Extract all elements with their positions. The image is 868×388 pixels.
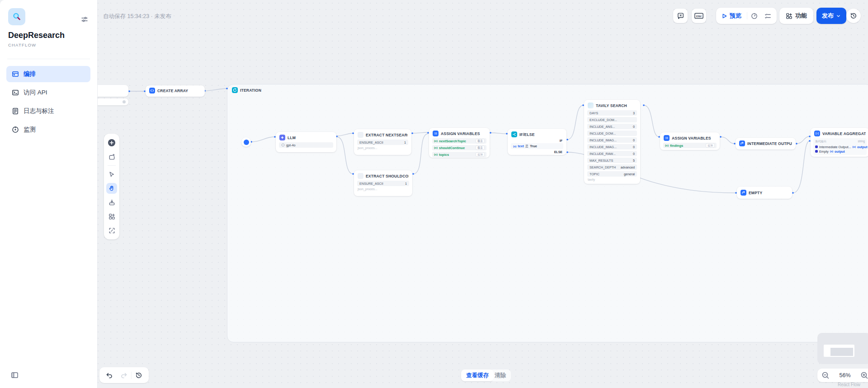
iteration-icon xyxy=(232,87,238,93)
redo-button[interactable] xyxy=(117,367,131,383)
tavily-search-node[interactable]: TAVILY SEARCH DAYS3 EXCLUDE_DOM... INCLU… xyxy=(584,100,640,184)
node-title: ASSIGN VARIABLES xyxy=(441,131,480,136)
app-logo xyxy=(8,8,25,25)
collapse-dot-icon xyxy=(123,100,126,103)
checklist-button[interactable] xyxy=(761,8,774,24)
llm-icon xyxy=(279,135,285,140)
preview-button[interactable]: 预览 xyxy=(716,12,747,20)
sidebar-item-label: 访问 API xyxy=(24,89,47,97)
assign-row: {x} shouldContinue 覆盖 xyxy=(432,145,486,150)
change-history-button[interactable] xyxy=(132,367,146,383)
hand-mode-button[interactable] xyxy=(106,183,117,194)
aggregator-row: Intermediate Output... (x) output xyxy=(815,145,865,149)
operation-badge: 追加 xyxy=(476,152,485,157)
variable-aggregator-node[interactable]: VARIABLE AGGREGATOR 迭代输出 string Intermed… xyxy=(811,128,868,157)
view-cache-button[interactable]: 查看缓存 xyxy=(461,369,494,381)
app-settings-icon[interactable] xyxy=(80,15,89,23)
param-row: ENSURE_ASCII1 xyxy=(357,140,408,145)
iteration-start-node[interactable] xyxy=(241,137,251,147)
minimap[interactable] xyxy=(817,333,868,364)
assigner-icon xyxy=(433,131,439,136)
zoom-out-icon xyxy=(821,371,830,379)
chat-variables-button[interactable] xyxy=(673,9,688,23)
node-title: INTERMEDIATE OUTPUT FC xyxy=(747,141,792,146)
group-type: string xyxy=(858,140,865,144)
variable-icon: {x} xyxy=(434,140,438,142)
undo-icon xyxy=(106,372,113,379)
llm-model-row: gpt-4o xyxy=(279,142,333,148)
assign-variables-node[interactable]: ASSIGN VARIABLES {x} nextSearchTopic 覆盖 … xyxy=(429,128,490,158)
env-variables-button[interactable]: ENV xyxy=(692,9,706,23)
zoom-control: 56% xyxy=(817,369,868,382)
node-title: EMPTY xyxy=(749,191,762,195)
node-title: ASSIGN VARIABLES xyxy=(672,136,711,140)
undo-redo-bar xyxy=(99,367,149,383)
node-title: CREATE ARRAY xyxy=(157,89,188,93)
operation-badge: 覆盖 xyxy=(476,145,485,150)
features-button[interactable]: 功能 xyxy=(779,8,813,24)
checklist-icon xyxy=(764,13,771,19)
sidebar-item-label: 监测 xyxy=(24,126,36,134)
version-history-button[interactable] xyxy=(846,9,861,23)
env-icon: ENV xyxy=(694,12,703,19)
aggregator-icon xyxy=(814,131,820,136)
node-title: VARIABLE AGGREGATOR xyxy=(822,131,866,136)
create-array-node[interactable]: CREATE ARRAY xyxy=(146,85,205,97)
sidebar-item-logs[interactable]: 日志与标注 xyxy=(6,103,90,119)
undo-button[interactable] xyxy=(102,367,117,383)
extract-nextsearchtopic-node[interactable]: EXTRACT NEXTSEARCHTOP ENSURE_ASCII1 json… xyxy=(354,129,411,155)
run-history-button[interactable] xyxy=(747,8,761,24)
iteration-node[interactable]: ITERATION xyxy=(227,84,868,342)
group-name: 迭代输出 xyxy=(815,140,826,144)
node-title: LLM xyxy=(288,136,296,140)
canvas-toolbar xyxy=(104,134,119,239)
collapse-sidebar-icon[interactable] xyxy=(11,371,19,379)
add-note-button[interactable] xyxy=(106,151,117,162)
add-node-button[interactable] xyxy=(106,137,117,148)
zoom-in-button[interactable] xyxy=(860,371,868,379)
empty-node[interactable]: EMPTY xyxy=(737,187,792,199)
minimap-node xyxy=(830,348,853,356)
iteration-start-icon xyxy=(244,140,249,145)
publish-button[interactable]: 发布 xyxy=(816,8,846,24)
assign-variables-node[interactable]: ASSIGN VARIABLES {x} findings 追加 xyxy=(660,132,720,150)
code-icon xyxy=(149,88,155,93)
orchestrate-icon xyxy=(12,70,19,78)
variable-icon: {x} xyxy=(665,144,669,147)
blocks-plus-icon xyxy=(108,213,115,220)
extract-shouldcontinue-node[interactable]: EXTRACT SHOULDCONTINU ENSURE_ASCII1 json… xyxy=(354,170,412,196)
openai-icon xyxy=(281,143,285,147)
svg-text:ENV: ENV xyxy=(696,15,702,18)
minimap-viewport[interactable] xyxy=(824,345,854,357)
answer-mini-icon xyxy=(815,150,818,153)
monitoring-icon xyxy=(12,126,19,133)
param-row: EXCLUDE_DOM... xyxy=(587,117,637,122)
llm-node[interactable]: LLM gpt-4o xyxy=(276,132,336,152)
sidebar-item-orchestrate[interactable]: 编排 xyxy=(6,66,90,82)
zoom-out-button[interactable] xyxy=(821,371,830,379)
import-box-icon xyxy=(108,199,115,206)
terminal-icon xyxy=(12,89,19,96)
operation-badge: 覆盖 xyxy=(476,139,485,143)
fit-view-button[interactable] xyxy=(106,225,117,236)
hand-icon xyxy=(108,185,115,192)
aggregator-group: 迭代输出 string Intermediate Output... (x) o… xyxy=(813,138,867,155)
sidebar-item-monitoring[interactable]: 监测 xyxy=(6,122,90,138)
organize-nodes-button[interactable] xyxy=(106,197,117,208)
intermediate-output-node[interactable]: INTERMEDIATE OUTPUT FC xyxy=(736,138,796,150)
zoom-level[interactable]: 56% xyxy=(839,372,850,379)
variable-icon: (x) xyxy=(830,150,833,153)
model-name: gpt-4o xyxy=(286,143,295,147)
clear-button[interactable]: 清除 xyxy=(490,369,511,381)
app-sidebar: DeepResearch CHATFLOW 编排 访问 API xyxy=(0,0,98,388)
sidebar-item-api[interactable]: 访问 API xyxy=(6,84,90,101)
add-block-button[interactable] xyxy=(106,211,117,222)
param-row: TOPICgeneral xyxy=(587,171,637,177)
pointer-mode-button[interactable] xyxy=(106,169,117,180)
variable-icon: {x} xyxy=(434,146,438,149)
if-else-node[interactable]: IF/ELSE IF (x) text 是 True ELSE xyxy=(508,129,566,155)
variable-icon: {x} xyxy=(434,153,438,156)
param-row: ENSURE_ASCII1 xyxy=(357,181,409,186)
iteration-title: ITERATION xyxy=(240,88,261,93)
param-row: INCLUDE_IMAG...0 xyxy=(587,137,637,143)
